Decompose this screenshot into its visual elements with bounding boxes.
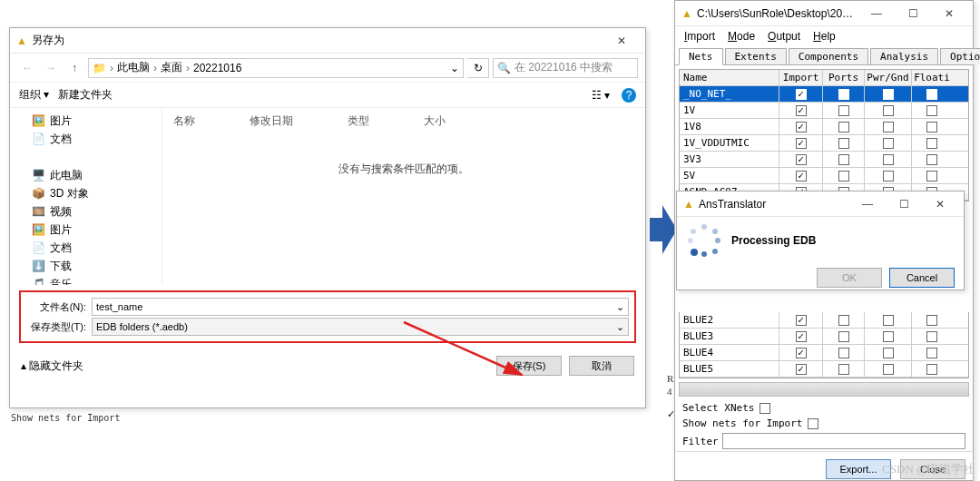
breadcrumb[interactable]: 20221016 (193, 62, 241, 74)
breadcrumb[interactable]: 桌面 (161, 60, 182, 75)
cell-pwrgnd[interactable] (865, 329, 912, 345)
select-xnets-checkbox[interactable] (760, 403, 770, 414)
new-folder-button[interactable]: 新建文件夹 (58, 87, 113, 103)
sidebar-item[interactable]: 📄文档 (10, 239, 162, 257)
tab-analysis[interactable]: Analysis (870, 48, 938, 64)
scrollbar-horizontal[interactable] (679, 382, 969, 397)
filter-input[interactable] (722, 433, 965, 449)
cell-floating[interactable] (912, 135, 952, 152)
minimize-button[interactable]: — (858, 4, 895, 24)
table-row[interactable]: BLUE5 (680, 361, 968, 378)
close-button[interactable]: ✕ (603, 31, 640, 51)
file-list[interactable]: 名称 修改日期 类型 大小 没有与搜索条件匹配的项。 (162, 108, 645, 285)
cell-ports[interactable] (823, 312, 865, 329)
view-button[interactable]: ☷ ▾ (589, 89, 612, 102)
chevron-down-icon[interactable]: ⌄ (450, 62, 459, 74)
cell-import[interactable] (779, 119, 823, 135)
tab-nets[interactable]: Nets (679, 48, 723, 65)
search-input[interactable]: 🔍 在 20221016 中搜索 (493, 58, 638, 78)
cell-floating[interactable] (912, 86, 952, 103)
cell-pwrgnd[interactable] (865, 135, 912, 152)
cell-import[interactable] (779, 86, 823, 103)
col-size[interactable]: 大小 (424, 113, 446, 129)
cell-ports[interactable] (823, 86, 865, 103)
sidebar-item[interactable]: 📦3D 对象 (10, 184, 162, 202)
filename-input[interactable]: test_name ⌄ (92, 298, 629, 316)
cell-ports[interactable] (823, 329, 865, 345)
sidebar-item[interactable] (10, 148, 162, 166)
sidebar-item[interactable]: 🎞️视频 (10, 202, 162, 221)
cell-import[interactable] (779, 135, 823, 152)
refresh-button[interactable]: ↻ (467, 58, 489, 78)
table-row[interactable]: 5V (680, 168, 968, 184)
type-dropdown[interactable]: EDB folders (*.aedb) ⌄ (92, 318, 629, 336)
titlebar[interactable]: ▲ AnsTranslator — ☐ ✕ (677, 191, 964, 217)
chevron-down-icon[interactable]: ⌄ (616, 301, 624, 313)
back-button[interactable]: ← (17, 58, 37, 78)
cell-floating[interactable] (912, 152, 952, 168)
table-row[interactable]: _NO_NET_ (680, 86, 968, 103)
cell-floating[interactable] (912, 119, 952, 135)
cell-floating[interactable] (912, 103, 952, 119)
cell-ports[interactable] (823, 135, 865, 152)
cell-floating[interactable] (912, 345, 952, 361)
save-button[interactable]: 保存(S) (496, 356, 562, 376)
organize-menu[interactable]: 组织 ▾ (19, 87, 49, 103)
cell-ports[interactable] (823, 345, 865, 361)
cell-pwrgnd[interactable] (865, 152, 912, 168)
sidebar[interactable]: 🖼️图片📄文档 🖥️此电脑📦3D 对象🎞️视频🖼️图片📄文档⬇️下载🎵音乐📁桌面… (10, 108, 162, 285)
cell-pwrgnd[interactable] (865, 345, 912, 361)
col-type[interactable]: 类型 (348, 113, 369, 129)
sidebar-item[interactable]: ⬇️下载 (10, 257, 162, 275)
cell-import[interactable] (779, 168, 823, 184)
col-ports[interactable]: Ports (823, 70, 865, 86)
table-row[interactable]: BLUE4 (680, 345, 968, 361)
cell-pwrgnd[interactable] (865, 103, 912, 119)
table-row[interactable]: 1V_VDDUTMIC (680, 135, 968, 152)
tab-extents[interactable]: Extents (725, 48, 787, 64)
menu-help[interactable]: Help (813, 30, 836, 43)
cell-pwrgnd[interactable] (865, 312, 912, 329)
show-nets-checkbox[interactable] (808, 418, 818, 429)
cell-import[interactable] (779, 329, 823, 345)
sidebar-item[interactable]: 🎵音乐 (10, 275, 162, 285)
cell-ports[interactable] (823, 361, 865, 378)
address-bar[interactable]: 📁 › 此电脑 › 桌面 › 20221016 ⌄ (88, 58, 464, 78)
col-name[interactable]: 名称 (173, 113, 195, 129)
table-row[interactable]: BLUE3 (680, 329, 968, 345)
tab-options[interactable]: Options (940, 48, 980, 64)
col-import[interactable]: Import (779, 70, 823, 86)
menu-import[interactable]: Import (684, 30, 715, 43)
chevron-down-icon[interactable]: ⌄ (616, 321, 624, 333)
cell-floating[interactable] (912, 329, 952, 345)
close-button[interactable]: ✕ (931, 4, 967, 24)
breadcrumb[interactable]: 此电脑 (117, 60, 150, 75)
cell-import[interactable] (779, 345, 823, 361)
table-row[interactable]: BLUE2 (680, 312, 968, 329)
minimize-button[interactable]: — (849, 194, 886, 214)
titlebar[interactable]: ▲ C:\Users\SunRole\Desktop\20221016\at9.… (675, 1, 973, 26)
table-row[interactable]: 1V (680, 103, 968, 119)
help-icon[interactable]: ? (622, 88, 636, 103)
cell-floating[interactable] (912, 312, 952, 329)
sidebar-item[interactable]: 📄文档 (10, 130, 162, 148)
cell-pwrgnd[interactable] (865, 361, 912, 378)
cell-pwrgnd[interactable] (865, 119, 912, 135)
tab-components[interactable]: Components (789, 48, 868, 64)
col-name[interactable]: Name (680, 70, 779, 86)
cell-ports[interactable] (823, 168, 865, 184)
table-row[interactable]: 1V8 (680, 119, 968, 135)
cell-import[interactable] (779, 361, 823, 378)
titlebar[interactable]: ▲ 另存为 ✕ (10, 28, 645, 54)
cell-pwrgnd[interactable] (865, 86, 912, 103)
col-date[interactable]: 修改日期 (250, 113, 293, 129)
sidebar-item[interactable]: 🖼️图片 (10, 221, 162, 239)
cell-import[interactable] (779, 312, 823, 329)
cell-import[interactable] (779, 152, 823, 168)
cancel-button[interactable]: Cancel (889, 268, 955, 288)
forward-button[interactable]: → (41, 58, 61, 78)
cell-pwrgnd[interactable] (865, 168, 912, 184)
table-row[interactable]: 3V3 (680, 152, 968, 168)
sidebar-item[interactable]: 🖥️此电脑 (10, 166, 162, 184)
column-headers[interactable]: 名称 修改日期 类型 大小 (170, 112, 638, 131)
